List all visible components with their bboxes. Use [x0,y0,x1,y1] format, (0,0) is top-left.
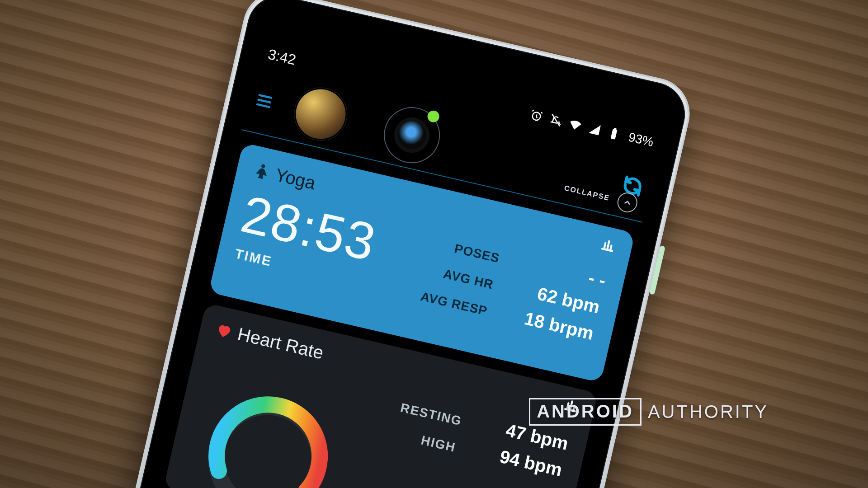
metric-label: AVG HR [442,267,495,292]
battery-percent: 93% [627,130,655,150]
avatar[interactable] [291,84,350,144]
online-dot-icon [426,109,440,123]
dnd-off-icon [548,112,564,128]
status-time: 3:42 [266,46,297,68]
hr-title: Heart Rate [236,324,326,363]
heart-icon [214,320,235,341]
metric-label: AVG RESP [419,289,489,319]
bar-chart-icon[interactable] [597,235,620,255]
signal-icon [586,121,603,137]
yoga-title: Yoga [274,164,318,193]
device-ring[interactable] [378,102,446,169]
metric-label: RESTING [399,400,463,428]
svg-rect-1 [611,129,618,140]
collapse-label: COLLAPSE [563,184,611,202]
watermark-boxed: ANDROID [529,398,642,426]
alarm-icon [528,108,545,124]
yoga-icon [250,160,273,183]
metric-label: POSES [453,241,501,266]
battery-icon [606,126,622,142]
photo-frame: 3:42 93% [87,49,781,439]
metric-label: HIGH [420,433,457,455]
hr-gauge [188,371,350,488]
wifi-icon [567,117,584,133]
watch-icon [395,118,429,152]
watermark: ANDROID AUTHORITY [529,398,769,426]
yoga-duration-label: TIME [233,246,274,269]
menu-icon[interactable] [252,91,276,111]
svg-point-3 [261,164,265,169]
watermark-rest: AUTHORITY [648,402,769,422]
